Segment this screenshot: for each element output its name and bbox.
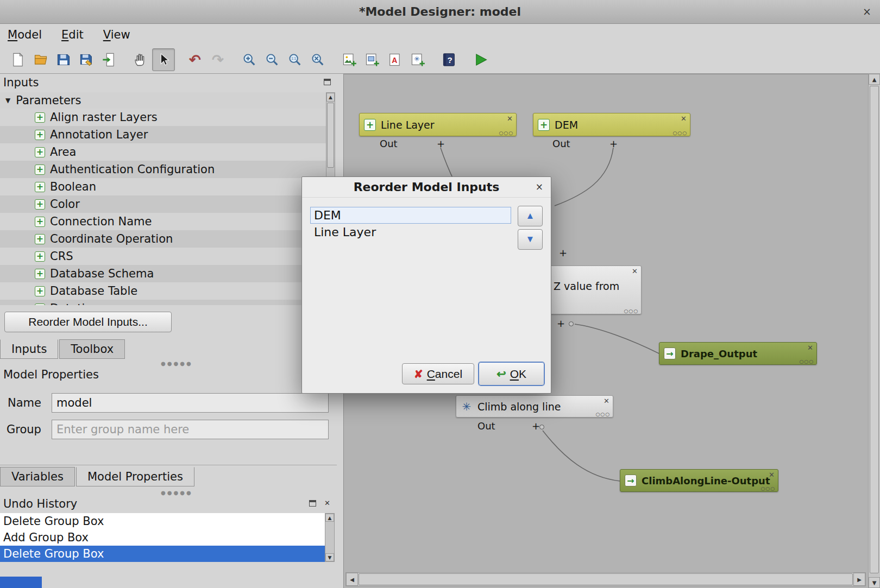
ok-button[interactable]: ↩ OK — [479, 362, 544, 385]
node-comment-dots-icon[interactable]: ○○○ — [595, 412, 610, 417]
tree-item-annotation-layer[interactable]: +Annotation Layer — [0, 126, 326, 143]
port-expand-plus[interactable]: + — [609, 138, 618, 149]
undo-item-selected[interactable]: Delete Group Box — [0, 546, 325, 562]
remove-node-icon[interactable]: ✕ — [681, 115, 687, 123]
dialog-close-icon[interactable]: × — [536, 181, 543, 192]
scrollbar-thumb[interactable] — [359, 573, 853, 585]
new-model-button[interactable] — [7, 48, 29, 71]
tree-root-parameters[interactable]: ▼ Parameters — [0, 92, 326, 109]
tree-item-label: Datetime — [50, 302, 103, 305]
run-model-button[interactable] — [469, 48, 492, 71]
node-z-value[interactable]: Z value from ✕ ○○○ — [548, 265, 642, 314]
remove-node-icon[interactable]: ✕ — [807, 344, 813, 352]
menu-view[interactable]: View — [103, 28, 130, 41]
undo-button[interactable]: ↶ — [184, 48, 206, 71]
node-comment-dots-icon[interactable]: ○○○ — [760, 486, 775, 491]
scroll-right-icon[interactable]: ▶ — [853, 573, 865, 586]
export-image-button[interactable] — [338, 48, 361, 71]
reorder-model-inputs-button[interactable]: Reorder Model Inputs... — [4, 312, 172, 332]
open-model-button[interactable] — [29, 48, 52, 71]
scroll-up-icon[interactable]: ▲ — [869, 74, 880, 85]
tab-variables[interactable]: Variables — [0, 467, 75, 486]
port-out-label: Out — [552, 138, 570, 149]
tree-item-database-schema[interactable]: +Database Schema — [0, 265, 326, 282]
tree-item-authentication-configuration[interactable]: +Authentication Configuration — [0, 161, 326, 178]
port-socket-dot[interactable] — [539, 425, 544, 429]
menu-model[interactable]: Model — [8, 28, 42, 41]
scroll-up-icon[interactable]: ▲ — [325, 514, 334, 522]
tree-item-area[interactable]: +Area — [0, 143, 326, 161]
undo-item[interactable]: Delete Group Box — [0, 513, 325, 529]
scroll-down-icon[interactable]: ▼ — [325, 553, 334, 561]
scrollbar-thumb[interactable] — [327, 103, 334, 168]
tree-item-connection-name[interactable]: +Connection Name — [0, 213, 326, 230]
port-expand-plus[interactable]: + — [532, 420, 540, 432]
remove-node-icon[interactable]: ✕ — [604, 397, 609, 405]
node-climb-along-line[interactable]: ✳ Climb along line ✕ ○○○ — [456, 395, 613, 418]
select-tool-button[interactable] — [152, 48, 175, 71]
tab-model-properties[interactable]: Model Properties — [76, 467, 194, 486]
scrollbar-thumb[interactable] — [870, 86, 879, 573]
help-button[interactable]: ? — [438, 48, 461, 71]
zoom-in-button[interactable] — [238, 48, 261, 71]
export-svg-button[interactable]: ✳ — [406, 48, 429, 71]
model-group-input[interactable] — [52, 420, 329, 439]
undo-scrollbar[interactable]: ▲ ▼ — [325, 513, 335, 562]
undo-item[interactable]: Add Group Box — [0, 529, 325, 546]
tree-item-boolean[interactable]: +Boolean — [0, 178, 326, 195]
window-close-icon[interactable]: × — [863, 5, 871, 17]
reorder-item-dem[interactable]: DEM — [310, 207, 511, 224]
splitter-handle[interactable]: ●●●●● — [161, 361, 193, 366]
tab-inputs[interactable]: Inputs — [0, 339, 58, 359]
zoom-out-button[interactable] — [261, 48, 284, 71]
node-comment-dots-icon[interactable]: ○○○ — [672, 130, 687, 136]
pan-tool-button[interactable] — [129, 48, 152, 71]
port-expand-plus[interactable]: + — [437, 138, 445, 149]
menu-edit[interactable]: Edit — [61, 28, 84, 41]
float-panel-icon[interactable] — [324, 79, 331, 85]
export-image-icon — [342, 52, 357, 67]
node-dem[interactable]: + DEM ✕ ○○○ — [533, 113, 690, 136]
export-pdf-button[interactable]: A — [384, 48, 406, 71]
tree-item-datetime[interactable]: +Datetime — [0, 300, 326, 305]
node-line-layer[interactable]: + Line Layer ✕ ○○○ — [359, 113, 517, 136]
save-model-as-button[interactable] — [75, 48, 98, 71]
zoom-actual-button[interactable]: 1:1 — [284, 48, 306, 71]
tree-item-database-table[interactable]: +Database Table — [0, 282, 326, 300]
tree-item-crs[interactable]: +CRS — [0, 248, 326, 265]
close-panel-icon[interactable]: ✕ — [324, 499, 330, 507]
redo-button[interactable]: ↷ — [206, 48, 229, 71]
remove-node-icon[interactable]: ✕ — [632, 267, 638, 275]
node-comment-dots-icon[interactable]: ○○○ — [499, 130, 513, 136]
node-drape-output[interactable]: → Drape_Output ✕ ○○○ — [659, 342, 817, 365]
splitter-handle[interactable]: ●●●●● — [161, 490, 193, 496]
node-comment-dots-icon[interactable]: ○○○ — [624, 308, 638, 314]
tab-toolbox[interactable]: Toolbox — [59, 339, 125, 359]
model-name-input[interactable] — [52, 393, 329, 413]
remove-node-icon[interactable]: ✕ — [769, 471, 775, 479]
tree-item-coordinate-operation[interactable]: +Coordinate Operation — [0, 230, 326, 248]
scroll-up-icon[interactable]: ▲ — [326, 93, 335, 102]
port-expand-plus[interactable]: + — [557, 318, 565, 329]
port-expand-plus[interactable]: + — [559, 247, 567, 258]
tree-item-align-raster-layers[interactable]: +Align raster Layers — [0, 109, 326, 126]
node-climbalongline-output[interactable]: → ClimbAlongLine-Output ✕ ○○○ — [620, 469, 778, 492]
save-model-button[interactable] — [52, 48, 75, 71]
export-layout-button[interactable] — [361, 48, 384, 71]
tree-item-color[interactable]: +Color — [0, 195, 326, 213]
reorder-item-line-layer[interactable]: Line Layer — [310, 224, 511, 241]
port-socket-dot[interactable] — [569, 321, 574, 326]
cancel-button[interactable]: ✘ Cancel — [402, 363, 474, 384]
float-panel-icon[interactable] — [309, 500, 316, 507]
remove-node-icon[interactable]: ✕ — [507, 115, 513, 123]
collapse-arrow-icon[interactable]: ▼ — [5, 97, 10, 104]
move-down-button[interactable]: ▼ — [518, 229, 543, 250]
move-up-button[interactable]: ▲ — [518, 206, 543, 226]
node-comment-dots-icon[interactable]: ○○○ — [799, 359, 814, 364]
scroll-down-icon[interactable]: ▼ — [869, 577, 880, 588]
canvas-vertical-scrollbar[interactable]: ▲ ▼ — [868, 74, 880, 588]
export-model-button[interactable] — [98, 48, 121, 71]
scroll-left-icon[interactable]: ◀ — [346, 573, 358, 586]
canvas-horizontal-scrollbar[interactable]: ◀ ▶ — [345, 572, 866, 586]
zoom-full-button[interactable] — [306, 48, 329, 71]
